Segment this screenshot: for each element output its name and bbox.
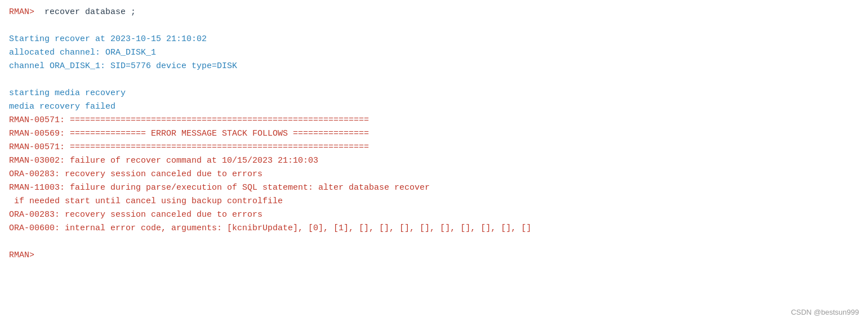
rman-final-prompt: RMAN> (9, 249, 859, 262)
watermark: CSDN @bestsun999 (791, 308, 859, 316)
rman-03002-line: RMAN-03002: failure of recover command a… (9, 154, 859, 168)
rman-11003-line: RMAN-11003: failure during parse/executi… (9, 181, 859, 195)
rman-00571-line-1: RMAN-00571: ============================… (9, 114, 859, 127)
terminal-output: RMAN> recover database ; Starting recove… (9, 6, 859, 262)
rman-00569-line: RMAN-00569: =============== ERROR MESSAG… (9, 127, 859, 141)
blank-line-1 (9, 19, 859, 33)
command-text: recover database ; (34, 7, 136, 17)
channel-info-line: channel ORA_DISK_1: SID=5776 device type… (9, 60, 859, 73)
allocated-channel-line: allocated channel: ORA_DISK_1 (9, 46, 859, 60)
starting-media-line: starting media recovery (9, 87, 859, 100)
ora-00600-line: ORA-00600: internal error code, argument… (9, 222, 859, 235)
media-failed-line: media recovery failed (9, 100, 859, 114)
ora-00283-line-2: ORA-00283: recovery session canceled due… (9, 208, 859, 222)
blank-line-3 (9, 235, 859, 249)
rman-11003-continuation: if needed start until cancel using backu… (9, 195, 859, 208)
command-line: RMAN> recover database ; (9, 6, 859, 19)
rman-prompt-1: RMAN> (9, 7, 34, 17)
rman-00571-line-2: RMAN-00571: ============================… (9, 141, 859, 154)
starting-recover-line: Starting recover at 2023-10-15 21:10:02 (9, 33, 859, 46)
blank-line-2 (9, 73, 859, 87)
ora-00283-line-1: ORA-00283: recovery session canceled due… (9, 168, 859, 181)
